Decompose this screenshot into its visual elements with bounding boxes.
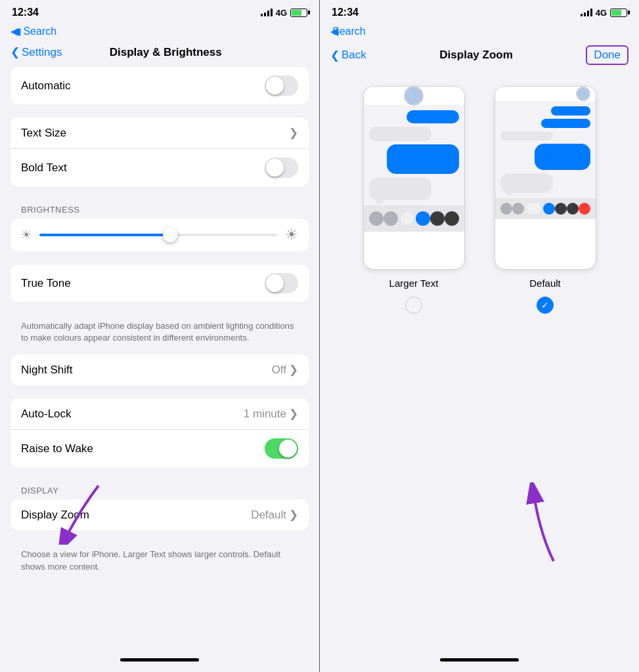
network-label-right: 4G: [596, 8, 607, 18]
true-tone-row[interactable]: True Tone: [11, 264, 309, 302]
brightness-slider-row[interactable]: ☀ ☀: [11, 219, 309, 251]
search-bar-left[interactable]: ◀ ◀ Search: [0, 22, 319, 43]
night-shift-group: Night Shift Off ❯: [11, 354, 309, 385]
sun-large-icon: ☀: [285, 226, 298, 243]
msg-row-d: [500, 106, 590, 116]
avatar-larger: [404, 86, 424, 106]
appearance-group: Automatic: [11, 67, 309, 104]
msg-row-d3: [500, 131, 590, 140]
signal-icon: [261, 9, 273, 16]
zoom-content: Larger Text: [320, 73, 639, 653]
toggle-knob: [266, 77, 284, 94]
radio-default[interactable]: ✓: [537, 297, 554, 314]
display-zoom-footer: Choose a view for iPhone. Larger Text sh…: [11, 543, 309, 583]
search-label-left: ◀ Search: [12, 25, 56, 37]
brightness-slider[interactable]: [39, 234, 277, 236]
default-label: Default: [529, 278, 561, 289]
status-bar-left: 12:34 4G: [0, 0, 319, 22]
slider-thumb[interactable]: [163, 228, 177, 242]
bottom-icon-dark-2: [445, 211, 459, 226]
phone-mockup-default: [495, 86, 596, 270]
display-zoom-label: Display Zoom: [21, 509, 89, 522]
bubble-gray-d1: [500, 131, 553, 140]
toggle-knob-true-tone: [266, 274, 284, 292]
chevron-settings-icon: ❮: [11, 45, 20, 59]
automatic-toggle[interactable]: [265, 75, 298, 96]
slider-fill: [39, 234, 170, 236]
done-button[interactable]: Done: [586, 45, 628, 65]
display-section-header: DISPLAY: [11, 480, 309, 499]
auto-lock-row[interactable]: Auto-Lock 1 minute ❯: [11, 398, 309, 430]
input-bar: [401, 212, 413, 225]
display-zoom-value: Default ❯: [251, 508, 298, 522]
lock-group: Auto-Lock 1 minute ❯ Raise to Wake: [11, 398, 309, 467]
back-button-right[interactable]: ❮ Back: [330, 49, 366, 62]
bottom-icon-red-d: [579, 203, 590, 215]
battery-icon: [290, 9, 307, 17]
display-zoom-chevron: ❯: [289, 508, 298, 522]
home-indicator-left: [0, 653, 319, 672]
settings-back-button[interactable]: ❮ Settings: [11, 45, 62, 59]
text-size-label: Text Size: [21, 127, 66, 140]
radio-larger[interactable]: [405, 297, 422, 314]
brightness-section-header: BRIGHTNESS: [11, 200, 309, 219]
nav-bar-right: ❮ Back Display Zoom Done: [320, 43, 639, 73]
raise-to-wake-row[interactable]: Raise to Wake: [11, 430, 309, 467]
night-shift-value: Off ❯: [272, 363, 298, 377]
home-bar: [120, 658, 199, 662]
text-size-chevron: ❯: [289, 126, 298, 140]
settings-back-label: Settings: [22, 46, 62, 59]
search-back-left[interactable]: ◀ ◀ Search: [11, 25, 309, 37]
true-tone-toggle[interactable]: [265, 273, 298, 293]
true-tone-footer: Automatically adapt iPhone display based…: [11, 315, 309, 354]
display-zoom-group: Display Zoom Default ❯: [11, 499, 309, 530]
message-area-default: [495, 101, 596, 198]
night-shift-chevron: ❯: [289, 363, 298, 377]
search-back-right[interactable]: ◀ Search: [330, 25, 628, 37]
bubble-blue: [407, 110, 459, 123]
battery-icon-right: [610, 9, 627, 17]
bottom-icon-d1: [500, 203, 512, 215]
bubble-blue-d3: [535, 144, 590, 170]
back-label-right: Back: [342, 49, 366, 62]
msg-row: [369, 110, 459, 123]
bottom-icon-blue-d: [543, 203, 555, 215]
bubble-gray: [369, 127, 431, 141]
page-title-left: Display & Brightness: [110, 46, 222, 59]
sun-small-icon: ☀: [21, 228, 32, 242]
network-label: 4G: [276, 8, 287, 18]
auto-lock-chevron: ❯: [289, 407, 298, 421]
input-bar-d: [526, 203, 541, 214]
bubble-gray-d2: [500, 173, 553, 193]
time-left: 12:34: [12, 7, 39, 18]
bubble-blue-2: [387, 144, 459, 174]
phone-bottom-default: [495, 198, 596, 219]
msg-row-d5: [500, 173, 590, 193]
bold-text-label: Bold Text: [21, 161, 67, 175]
msg-row: [369, 127, 459, 141]
page-title-right: Display Zoom: [439, 49, 512, 62]
status-icons-left: 4G: [261, 8, 307, 18]
automatic-row[interactable]: Automatic: [11, 67, 309, 104]
settings-content: Automatic Text Size ❯ Bold Text BRIGHTNE…: [0, 67, 319, 653]
mockup-header-default: [495, 87, 596, 101]
right-panel: 12:34 4G ◀ Search ❮ Back Display Zoom: [319, 0, 639, 672]
display-zoom-row[interactable]: Display Zoom Default ❯: [11, 499, 309, 530]
text-size-row[interactable]: Text Size ❯: [11, 117, 309, 149]
auto-lock-label: Auto-Lock: [21, 408, 72, 421]
bottom-icon-dark-d2: [567, 203, 579, 215]
signal-icon-right: [581, 9, 592, 16]
toggle-knob-bold: [266, 159, 284, 177]
msg-row-d4: [500, 144, 590, 170]
left-panel: 12:34 4G ◀ ◀ Search ❮ Settings Display &…: [0, 0, 319, 672]
zoom-option-larger[interactable]: Larger Text: [355, 86, 473, 314]
bottom-icon-dark-1: [430, 211, 445, 226]
message-area-larger: [364, 105, 464, 205]
bold-text-row[interactable]: Bold Text: [11, 149, 309, 186]
zoom-option-default[interactable]: Default ✓: [486, 86, 604, 314]
raise-to-wake-toggle[interactable]: [265, 438, 298, 459]
bold-text-toggle[interactable]: [265, 158, 298, 178]
night-shift-row[interactable]: Night Shift Off ❯: [11, 354, 309, 385]
search-bar-right[interactable]: ◀ Search: [320, 22, 639, 43]
bottom-icon-blue: [416, 211, 430, 226]
